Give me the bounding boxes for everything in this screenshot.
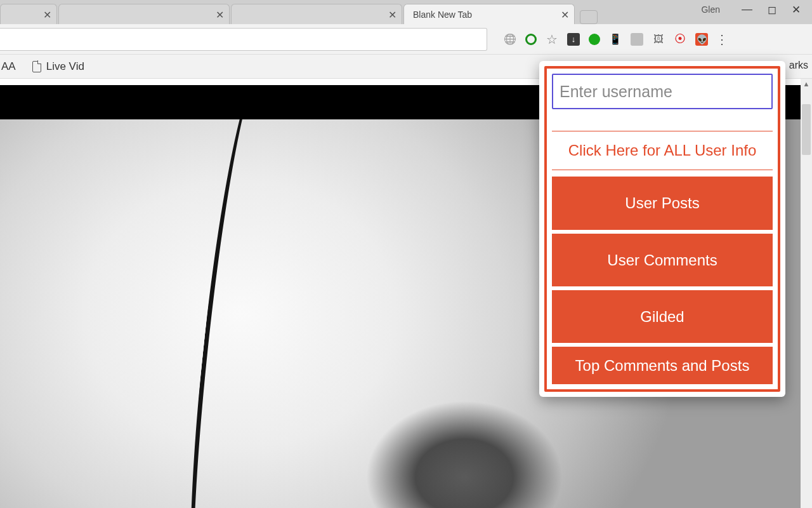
scrollbar[interactable]: ▲ [801, 79, 812, 508]
star-icon[interactable]: ☆ [546, 33, 558, 46]
username-input[interactable] [552, 74, 773, 109]
cable-graphic [173, 119, 308, 508]
browser-tab[interactable]: ✕ [231, 4, 402, 24]
minimize-icon[interactable]: ― [742, 3, 752, 16]
close-icon[interactable]: ✕ [561, 9, 569, 21]
browser-tab[interactable]: ✕ [58, 4, 230, 24]
tab-title: Blank New Tab [413, 10, 472, 20]
window-controls: Glen ― ◻ ✕ [701, 0, 812, 19]
letter-d-green-icon[interactable] [525, 34, 537, 45]
close-icon[interactable]: ✕ [388, 9, 396, 21]
close-icon[interactable]: ✕ [216, 9, 224, 21]
address-bar[interactable] [0, 28, 487, 51]
all-user-info-link[interactable]: Click Here for ALL User Info [552, 131, 773, 170]
kebab-menu-icon[interactable]: ⋮ [716, 32, 728, 47]
bookmarks-overflow-text: arks [789, 60, 808, 71]
phone-icon[interactable]: 📱 [609, 33, 622, 46]
profile-name[interactable]: Glen [701, 4, 720, 15]
new-tab-button[interactable] [580, 10, 598, 24]
picture-icon[interactable]: 🖼 [652, 33, 665, 46]
maximize-icon[interactable]: ◻ [768, 3, 776, 17]
document-icon [32, 61, 41, 72]
browser-toolbar: 🌐 ☆ ↓ 📱 🖼 ⦿ 👽 ⋮ [0, 24, 812, 55]
browser-tab[interactable]: ✕ [0, 4, 57, 24]
close-icon[interactable]: ✕ [43, 9, 51, 21]
scroll-up-icon[interactable]: ▲ [801, 80, 812, 88]
popup-frame: Click Here for ALL User Info User Posts … [544, 66, 780, 392]
top-comments-posts-button[interactable]: Top Comments and Posts [552, 347, 773, 384]
user-posts-button[interactable]: User Posts [552, 177, 773, 229]
user-comments-button[interactable]: User Comments [552, 234, 773, 286]
bookmark-label: Live Vid [46, 60, 84, 73]
close-window-icon[interactable]: ✕ [792, 3, 801, 17]
gilded-button[interactable]: Gilded [552, 290, 773, 343]
bookmark-item[interactable]: Live Vid [32, 60, 84, 73]
bookmark-item[interactable]: AA [1, 60, 16, 73]
scrollbar-thumb[interactable] [802, 104, 811, 155]
globe-icon[interactable]: 🌐 [504, 33, 516, 46]
bookmark-label: AA [1, 60, 16, 73]
reddit-icon[interactable]: 👽 [695, 33, 708, 46]
browser-tab-active[interactable]: Blank New Tab ✕ [403, 4, 575, 24]
gray-app-icon[interactable] [631, 33, 643, 46]
spacer [552, 109, 773, 131]
extension-icons: 🌐 ☆ ↓ 📱 🖼 ⦿ 👽 [504, 33, 708, 46]
download-dark-icon[interactable]: ↓ [567, 33, 580, 46]
stop-red-icon[interactable]: ⦿ [674, 33, 686, 46]
green-dot-icon[interactable] [589, 34, 600, 45]
tab-strip: ✕ ✕ ✕ Blank New Tab ✕ [0, 0, 598, 24]
extension-popup: Click Here for ALL User Info User Posts … [539, 61, 785, 397]
window-titlebar: ✕ ✕ ✕ Blank New Tab ✕ Glen ― ◻ ✕ [0, 0, 812, 24]
